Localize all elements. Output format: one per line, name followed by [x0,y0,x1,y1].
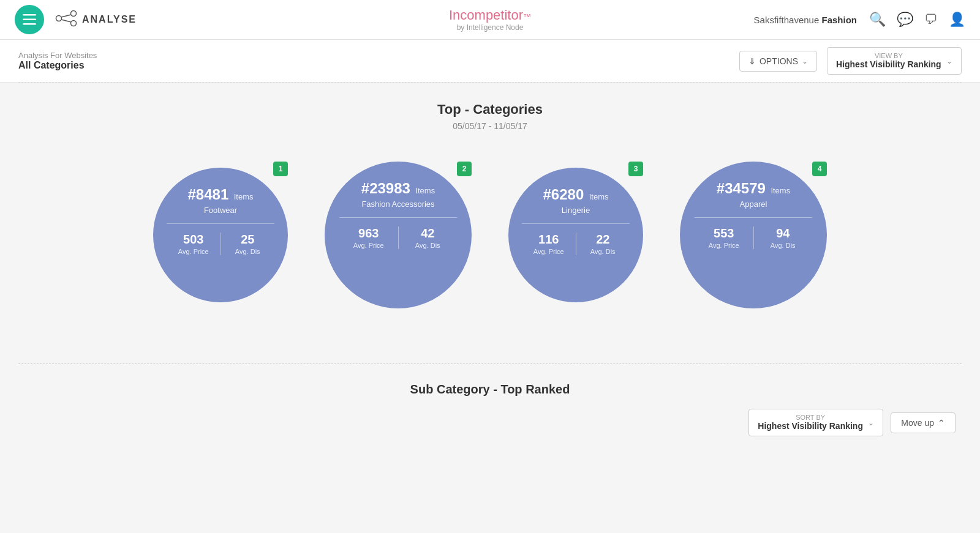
circle-top-4: #34579 Items Apparel [695,180,812,218]
rank-badge-4: 4 [812,162,827,176]
options-chevron-icon: ⌄ [802,57,808,65]
sort-by-button[interactable]: SORT BY Highest Visibility Ranking ⌄ [748,409,883,436]
download-icon: ⇓ [748,56,756,66]
search-icon[interactable]: 🔍 [869,12,886,28]
svg-point-5 [71,21,77,26]
logo-text: ANALYSE [82,14,137,25]
avg-dis-label-4: Avg. Dis [754,242,813,249]
avg-dis-value-3: 22 [576,233,630,247]
circle-bottom-1: 503 Avg. Price 25 Avg. Dis [167,233,274,255]
category-card-1[interactable]: 1 #8481 Items Footwear 503 Avg. Price 25… [153,162,288,308]
categories-row: 1 #8481 Items Footwear 503 Avg. Price 25… [24,162,956,308]
svg-point-3 [56,16,62,21]
comment-icon[interactable]: 🗩 [924,12,938,28]
avg-price-value-3: 116 [522,233,576,247]
circle-number-1: #8481 [188,186,229,203]
rank-badge-1: 1 [273,162,288,176]
bottom-controls: SORT BY Highest Visibility Ranking ⌄ Mov… [24,409,956,436]
avg-dis-label-1: Avg. Dis [221,248,275,255]
brand-sub: by Intelligence Node [449,23,531,32]
circle-category-2: Fashion Accessories [339,199,457,209]
sort-by-chevron-icon: ⌄ [868,419,874,427]
circle-items-label-4: Items [771,186,790,195]
top-categories-date: 05/05/17 - 11/05/17 [24,121,956,131]
top-categories-title: Top - Categories [24,102,956,117]
category-card-2[interactable]: 2 #23983 Items Fashion Accessories 963 A… [325,162,472,308]
view-by-button[interactable]: VIEW BY Highest Visibility Ranking ⌄ [827,47,962,75]
bottom-section: Sub Category - Top Ranked SORT BY Highes… [0,364,980,449]
circle-category-3: Lingerie [522,206,630,215]
user-icon[interactable]: 👤 [949,12,965,28]
avg-price-value-2: 963 [339,226,398,240]
breadcrumb-main: All Categories [18,60,97,71]
svg-rect-0 [23,14,36,16]
move-up-button[interactable]: Move up ⌃ [891,412,956,433]
sub-category-title: Sub Category - Top Ranked [24,382,956,397]
avg-dis-stat-2: 42 Avg. Dis [399,226,458,249]
avg-price-value-1: 503 [167,233,221,247]
avg-price-stat-2: 963 Avg. Price [339,226,399,249]
view-by-chevron-icon: ⌄ [946,57,952,65]
rank-badge-2: 2 [457,162,472,176]
svg-line-7 [61,20,71,22]
circle-top-1: #8481 Items Footwear [167,186,274,224]
avg-dis-label-3: Avg. Dis [576,248,630,255]
avg-price-value-4: 553 [695,226,753,240]
avg-price-stat-1: 503 Avg. Price [167,233,221,255]
logo: ANALYSE [55,10,137,29]
circle-bottom-4: 553 Avg. Price 94 Avg. Dis [695,226,812,249]
avg-dis-stat-3: 22 Avg. Dis [576,233,630,255]
avg-dis-value-4: 94 [754,226,813,240]
site-name: Saksfifthavenue Fashion [754,15,857,25]
svg-line-6 [61,15,71,17]
move-up-chevron-icon: ⌃ [938,418,945,428]
circle-top-2: #23983 Items Fashion Accessories [339,180,457,218]
avg-price-label-4: Avg. Price [695,242,753,249]
circle-items-label-2: Items [415,186,435,195]
avg-price-label-1: Avg. Price [167,248,221,255]
circle-category-1: Footwear [167,206,274,215]
circle-items-label-3: Items [589,192,609,201]
avg-dis-value-1: 25 [221,233,275,247]
circle-category-4: Apparel [695,199,812,209]
options-button[interactable]: ⇓ OPTIONS ⌄ [739,51,817,72]
svg-rect-2 [23,23,36,25]
breadcrumb: Analysis For Websites All Categories [18,51,97,71]
header-right: Saksfifthavenue Fashion 🔍 💬 🗩 👤 [754,12,965,28]
avg-dis-value-2: 42 [399,226,458,240]
header: ANALYSE Incompetitor™ by Intelligence No… [0,0,980,40]
circle-items-label-1: Items [234,192,254,201]
circle-bottom-2: 963 Avg. Price 42 Avg. Dis [339,226,457,249]
circle-number-2: #23983 [361,180,410,196]
avg-price-stat-4: 553 Avg. Price [695,226,754,249]
avg-price-label-2: Avg. Price [339,242,398,249]
analyse-icon [55,10,77,29]
circle-bottom-3: 116 Avg. Price 22 Avg. Dis [522,233,630,255]
menu-button[interactable] [15,5,44,34]
category-card-3[interactable]: 3 #6280 Items Lingerie 116 Avg. Price 22… [508,162,643,308]
brand: Incompetitor™ by Intelligence Node [449,7,531,32]
breadcrumb-top: Analysis For Websites [18,51,97,60]
chat-bubble-icon[interactable]: 💬 [897,12,913,28]
rank-badge-3: 3 [628,162,643,176]
avg-dis-label-2: Avg. Dis [399,242,458,249]
brand-name: Incompetitor™ [449,7,531,23]
avg-dis-stat-1: 25 Avg. Dis [221,233,275,255]
avg-price-stat-3: 116 Avg. Price [522,233,576,255]
category-card-4[interactable]: 4 #34579 Items Apparel 553 Avg. Price 94… [680,162,827,308]
header-icons: 🔍 💬 🗩 👤 [869,12,965,28]
sub-header-controls: ⇓ OPTIONS ⌄ VIEW BY Highest Visibility R… [739,47,962,75]
avg-dis-stat-4: 94 Avg. Dis [754,226,813,249]
svg-point-4 [71,11,77,17]
circle-number-4: #34579 [717,180,766,196]
avg-price-label-3: Avg. Price [522,248,576,255]
circle-number-3: #6280 [543,186,584,203]
circle-top-3: #6280 Items Lingerie [522,186,630,224]
sub-header: Analysis For Websites All Categories ⇓ O… [0,40,980,83]
main-content: Top - Categories 05/05/17 - 11/05/17 1 #… [0,83,980,363]
svg-rect-1 [23,19,36,21]
